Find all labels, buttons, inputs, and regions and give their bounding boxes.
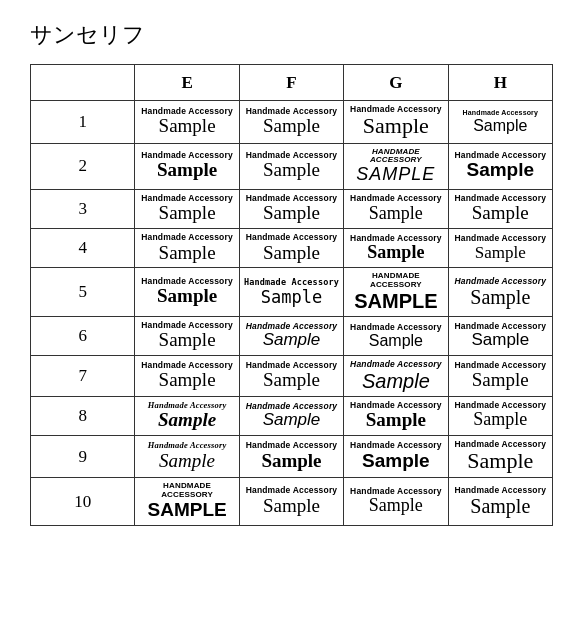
- table-row: 6 Handmade Accessory Sample Handmade Acc…: [31, 316, 553, 355]
- col-header-f: F: [239, 65, 343, 101]
- cell-9e: Handmade Accessory Sample: [135, 435, 239, 478]
- row-num: 10: [31, 478, 135, 525]
- cell-4g: Handmade Accessory Sample: [344, 229, 448, 268]
- cell-1g: Handmade Accessory Sample: [344, 101, 448, 144]
- cell-6g: Handmade Accessory Sample: [344, 316, 448, 355]
- cell-5g: HANDMADE ACCESSORY SAMPLE: [344, 268, 448, 317]
- cell-7g: Handmade Accessory Sample: [344, 356, 448, 396]
- cell-8h: Handmade Accessory Sample: [448, 396, 552, 435]
- table-row: 8 Handmade Accessory Sample Handmade Acc…: [31, 396, 553, 435]
- cell-8f: Handmade Accessory Sample: [239, 396, 343, 435]
- table-row: 1 Handmade Accessory Sample Handmade Acc…: [31, 101, 553, 144]
- cell-6h: Handmade Accessory Sample: [448, 316, 552, 355]
- col-header-e: E: [135, 65, 239, 101]
- cell-7e: Handmade Accessory Sample: [135, 356, 239, 396]
- cell-1f: Handmade Accessory Sample: [239, 101, 343, 144]
- cell-5f: Handmade Accessory Sample: [239, 268, 343, 317]
- table-row: 10 HANDMADE ACCESSORY SAMPLE Handmade Ac…: [31, 478, 553, 525]
- cell-6e: Handmade Accessory Sample: [135, 316, 239, 355]
- cell-8e: Handmade Accessory Sample: [135, 396, 239, 435]
- cell-10g: Handmade Accessory Sample: [344, 478, 448, 525]
- row-num: 9: [31, 435, 135, 478]
- col-header-g: G: [344, 65, 448, 101]
- cell-4f: Handmade Accessory Sample: [239, 229, 343, 268]
- cell-10e: HANDMADE ACCESSORY SAMPLE: [135, 478, 239, 525]
- row-num: 7: [31, 356, 135, 396]
- table-row: 4 Handmade Accessory Sample Handmade Acc…: [31, 229, 553, 268]
- cell-2f: Handmade Accessory Sample: [239, 143, 343, 189]
- cell-4e: Handmade Accessory Sample: [135, 229, 239, 268]
- cell-2e: Handmade Accessory Sample: [135, 143, 239, 189]
- row-num: 6: [31, 316, 135, 355]
- row-num: 4: [31, 229, 135, 268]
- page-title: サンセリフ: [30, 20, 553, 50]
- row-num: 1: [31, 101, 135, 144]
- table-row: 7 Handmade Accessory Sample Handmade Acc…: [31, 356, 553, 396]
- table-row: 2 Handmade Accessory Sample Handmade Acc…: [31, 143, 553, 189]
- row-num: 3: [31, 189, 135, 228]
- col-header-h: H: [448, 65, 552, 101]
- cell-1h: Handmade Accessory Sample: [448, 101, 552, 144]
- cell-4h: Handmade Accessory Sample: [448, 229, 552, 268]
- cell-10h: Handmade Accessory Sample: [448, 478, 552, 525]
- cell-9g: Handmade Accessory Sample: [344, 435, 448, 478]
- cell-5e: Handmade Accessory Sample: [135, 268, 239, 317]
- cell-3g: Handmade Accessory Sample: [344, 189, 448, 228]
- table-row: 5 Handmade Accessory Sample Handmade Acc…: [31, 268, 553, 317]
- cell-3e: Handmade Accessory Sample: [135, 189, 239, 228]
- cell-2g: Handmade Accessory SAMPLE: [344, 143, 448, 189]
- row-num: 5: [31, 268, 135, 317]
- table-row: 9 Handmade Accessory Sample Handmade Acc…: [31, 435, 553, 478]
- row-num: 2: [31, 143, 135, 189]
- table-row: 3 Handmade Accessory Sample Handmade Acc…: [31, 189, 553, 228]
- cell-3f: Handmade Accessory Sample: [239, 189, 343, 228]
- cell-1e: Handmade Accessory Sample: [135, 101, 239, 144]
- col-header-empty: [31, 65, 135, 101]
- cell-10f: Handmade Accessory Sample: [239, 478, 343, 525]
- cell-2h: Handmade Accessory Sample: [448, 143, 552, 189]
- cell-9h: Handmade Accessory Sample: [448, 435, 552, 478]
- cell-3h: Handmade Accessory Sample: [448, 189, 552, 228]
- cell-5h: Handmade Accessory Sample: [448, 268, 552, 317]
- cell-6f: Handmade Accessory Sample: [239, 316, 343, 355]
- cell-7f: Handmade Accessory Sample: [239, 356, 343, 396]
- font-sample-table: E F G H 1 Handmade Accessory Sample Hand…: [30, 64, 553, 526]
- cell-7h: Handmade Accessory Sample: [448, 356, 552, 396]
- cell-8g: Handmade Accessory Sample: [344, 396, 448, 435]
- row-num: 8: [31, 396, 135, 435]
- cell-9f: Handmade Accessory Sample: [239, 435, 343, 478]
